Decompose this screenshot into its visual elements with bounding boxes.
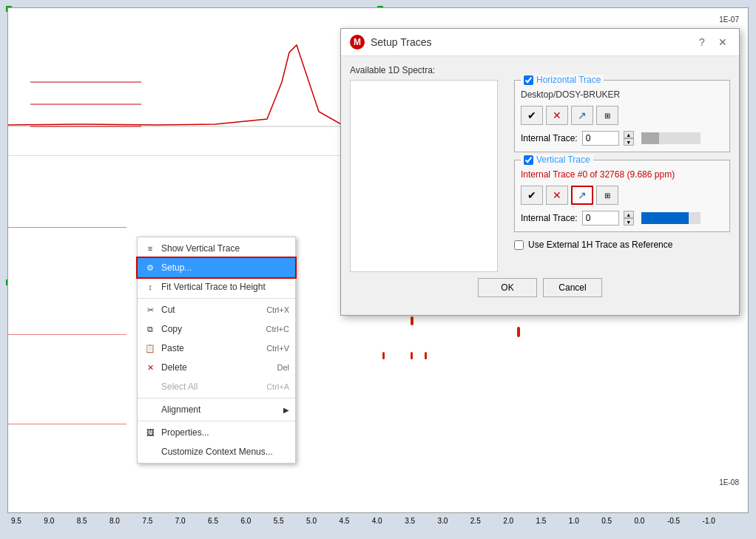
menu-item-properties[interactable]: 🖼 Properties... [138,423,295,442]
x-label-5.5: 5.5 [274,517,284,525]
menu-label-properties: Properties... [161,427,209,438]
h-indicator-1 [8,227,126,228]
x-label-n1.0: -1.0 [703,517,715,525]
h-spin-arrows: ▲ ▼ [624,131,634,146]
menu-label-delete: Delete [161,362,187,373]
x-label-5.0: 5.0 [306,517,317,525]
h-spin-down[interactable]: ▼ [624,138,634,146]
external-ref-checkbox[interactable] [514,240,524,250]
dialog-controls[interactable]: ? ✕ [695,35,730,50]
menu-item-fit-vertical[interactable]: ↕ Fit Vertical Trace to Height [138,277,295,296]
h-export-button[interactable]: ↗ [571,106,593,125]
x-label-2.0: 2.0 [503,517,513,525]
external-ref-label: Use External 1H Trace as Reference [528,240,672,250]
menu-item-alignment[interactable]: Alignment ▶ [138,400,295,419]
menu-label-copy: Copy [161,324,182,334]
v-check-button[interactable]: ✔ [521,186,543,205]
horizontal-trace-path: Desktop/DOSY-BRUKER [521,89,723,100]
y-label-bottom: 1E-08 [719,478,739,487]
h-extra-button[interactable]: ⊞ [596,106,618,125]
dialog-title: Setup Traces [371,36,695,48]
ok-button[interactable]: OK [478,278,537,297]
menu-item-select-all: Select All Ctrl+A [138,377,295,396]
cut-icon: ✂ [144,303,157,316]
dialog-help-button[interactable]: ? [695,35,709,50]
x-label-9.0: 9.0 [44,517,54,525]
menu-item-copy[interactable]: ⧉ Copy Ctrl+C [138,319,295,339]
x-label-1.0: 1.0 [569,517,579,525]
separator-1 [138,298,295,299]
v-spin-arrows: ▲ ▼ [624,211,634,226]
select-all-shortcut: Ctrl+A [266,382,289,391]
external-ref-row: Use External 1H Trace as Reference [514,240,730,250]
x-label-4.0: 4.0 [372,517,382,525]
menu-label-fit-vertical: Fit Vertical Trace to Height [161,282,266,292]
vertical-internal-trace-row: Internal Trace: ▲ ▼ [521,211,723,226]
menu-item-customize[interactable]: Customize Context Menus... [138,442,295,461]
available-spectra-label: Available 1D Spectra: [350,65,730,75]
x-label-9.5: 9.5 [11,517,21,525]
v-slider-fill [641,212,689,224]
menu-item-show-vertical-trace[interactable]: ≡ Show Vertical Trace [138,239,295,258]
alignment-icon [144,403,157,416]
cancel-button[interactable]: Cancel [543,278,602,297]
cut-shortcut: Ctrl+X [266,305,289,314]
peak-dot-5 [425,352,427,359]
h-delete-button[interactable]: ✕ [546,106,568,125]
fit-vertical-icon: ↕ [144,280,157,294]
v-extra-button[interactable]: ⊞ [596,186,618,205]
dialog-close-button[interactable]: ✕ [715,35,730,50]
menu-item-delete[interactable]: ✕ Delete Del [138,358,295,377]
h-check-button[interactable]: ✔ [521,106,543,125]
x-label-4.5: 4.5 [339,517,349,525]
x-label-2.5: 2.5 [470,517,481,525]
h-spin-up[interactable]: ▲ [624,131,634,138]
horizontal-trace-buttons: ✔ ✕ ↗ ⊞ [521,106,723,125]
v-internal-trace-label: Internal Trace: [521,213,578,223]
horizontal-internal-trace-row: Internal Trace: ▲ ▼ [521,131,723,146]
x-axis-labels: 9.5 9.0 8.5 8.0 7.5 7.0 6.5 6.0 5.5 5.0 … [7,517,719,538]
spectra-list-panel [350,80,507,272]
x-label-8.5: 8.5 [77,517,87,525]
menu-label-setup: Setup... [161,262,192,273]
peak-dot-4 [411,352,413,359]
h-slider[interactable] [641,132,701,144]
x-label-3.0: 3.0 [437,517,448,525]
menu-label-paste: Paste [161,343,184,353]
dialog-app-icon: M [350,35,365,50]
menu-item-cut[interactable]: ✂ Cut Ctrl+X [138,300,295,319]
show-vertical-trace-icon: ≡ [144,242,157,255]
x-label-6.5: 6.5 [208,517,218,525]
context-menu[interactable]: ≡ Show Vertical Trace ⚙ Setup... ↕ Fit V… [137,237,296,464]
peak-dot-3 [382,352,385,359]
menu-item-paste[interactable]: 📋 Paste Ctrl+V [138,339,295,358]
vertical-trace-checkbox[interactable] [524,155,533,165]
customize-icon [144,445,157,458]
v-slider[interactable] [641,212,701,224]
menu-item-setup[interactable]: ⚙ Setup... [138,258,295,277]
v-delete-button[interactable]: ✕ [546,186,568,205]
separator-2 [138,398,295,399]
x-label-1.5: 1.5 [536,517,547,525]
x-label-3.5: 3.5 [405,517,415,525]
peak-dot-6 [517,327,520,337]
vertical-trace-label: Vertical Trace [536,155,590,165]
v-export-button[interactable]: ↗ [571,186,593,205]
dialog-titlebar: M Setup Traces ? ✕ [341,29,739,56]
v-spin-up[interactable]: ▲ [624,211,634,218]
x-label-7.5: 7.5 [142,517,152,525]
menu-label-select-all: Select All [161,382,198,392]
horizontal-trace-legend: Horizontal Trace [521,75,604,85]
spectra-list[interactable] [350,80,498,272]
menu-label-alignment: Alignment [161,404,200,415]
dialog-body: Available 1D Spectra: Horizontal Trace D… [341,56,739,315]
menu-label-customize: Customize Context Menus... [161,447,273,457]
alignment-arrow: ▶ [283,406,289,414]
x-label-0.5: 0.5 [601,517,612,525]
v-spin-down[interactable]: ▼ [624,218,634,226]
properties-icon: 🖼 [144,426,157,439]
delete-icon: ✕ [144,361,157,374]
h-internal-trace-input[interactable] [582,131,619,146]
v-internal-trace-input[interactable] [582,211,619,226]
horizontal-trace-checkbox[interactable] [524,75,533,85]
